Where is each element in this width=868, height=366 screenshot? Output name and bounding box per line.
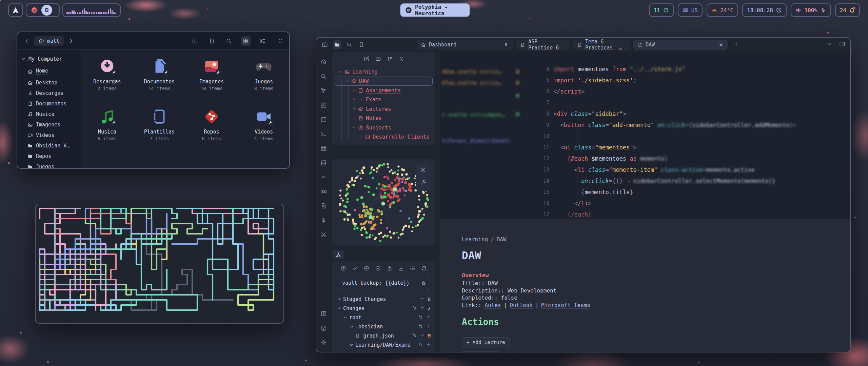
ribbon-filesearch-button[interactable] <box>320 203 327 210</box>
git-pluscircle-button[interactable] <box>363 265 370 273</box>
git-plus-action[interactable] <box>426 314 431 321</box>
sidebar-item-obsidian-v-[interactable]: Obsidian V… <box>17 140 81 151</box>
search-button[interactable] <box>345 40 354 49</box>
sidebar-item-musica[interactable]: Musica <box>17 109 81 119</box>
list-view-button[interactable] <box>258 36 268 46</box>
collapse-button[interactable] <box>398 56 404 63</box>
git-plus-action[interactable] <box>426 342 431 348</box>
tray-keyboard-layout[interactable]: US <box>678 3 703 17</box>
tab-daw[interactable]: DAW <box>633 40 728 50</box>
git-undo-action[interactable] <box>412 305 417 311</box>
close-tab-icon[interactable] <box>718 42 724 47</box>
file-item-repos[interactable]: Repos6 items <box>185 104 238 154</box>
ribbon-cards-button[interactable] <box>320 102 327 110</box>
git-row-staged-changes[interactable]: Staged Changes0 <box>332 294 435 304</box>
ribbon-table-button[interactable] <box>320 145 327 153</box>
chevron-down-icon[interactable] <box>349 324 354 329</box>
git-undo-action[interactable] <box>418 342 423 348</box>
new-tab-button[interactable] <box>733 41 739 48</box>
git-undo-action[interactable] <box>418 324 423 330</box>
tree-item-subjects[interactable]: Subjects <box>332 123 435 133</box>
git-upcircle-button[interactable] <box>340 265 347 273</box>
git-minus-action[interactable] <box>420 296 425 302</box>
git-row-changes[interactable]: Changes2 <box>332 304 435 313</box>
add-lecture-button[interactable]: + Add Lecture <box>462 337 510 347</box>
ribbon-dollar-button[interactable] <box>320 217 327 225</box>
folderplus-button[interactable] <box>375 56 381 63</box>
file-item-descargas[interactable]: Descargas2 items <box>81 54 133 104</box>
git-list-button[interactable] <box>410 265 416 273</box>
tab-list-button[interactable] <box>826 41 832 48</box>
new-file-button[interactable] <box>207 36 217 46</box>
file-item-musica[interactable]: Musica6 items <box>81 104 133 154</box>
sort-button[interactable] <box>387 56 393 63</box>
tree-item-learning[interactable]: Learning <box>332 67 435 77</box>
forward-button[interactable] <box>66 36 76 46</box>
ribbon-gamepad-button[interactable] <box>320 188 327 196</box>
chevron-down-icon[interactable] <box>349 343 354 347</box>
graph-gear-button[interactable] <box>420 167 426 175</box>
git-row-root[interactable]: root <box>332 313 435 322</box>
open-terminal-button[interactable]: $_ <box>190 36 200 46</box>
chevron-right-icon[interactable] <box>352 98 357 102</box>
commit-message-input[interactable] <box>341 280 421 286</box>
breadcrumb-segment[interactable]: DAW <box>497 236 507 243</box>
pencilsq-button[interactable] <box>364 56 370 63</box>
compact-view-button[interactable] <box>275 36 284 46</box>
sidebar-item-descargas[interactable]: Descargas <box>17 88 81 98</box>
search-button[interactable] <box>224 36 234 46</box>
grid-view-button[interactable] <box>241 36 251 46</box>
sidebar-item-documentos[interactable]: Documentos <box>17 98 81 109</box>
chevron-down-icon[interactable] <box>343 315 348 320</box>
git-row-learning-daw-exams[interactable]: Learning/DAW/Exams <box>332 340 435 349</box>
git-refresh-button[interactable] <box>421 265 427 273</box>
git-minuscircle-button[interactable] <box>375 265 381 273</box>
sidebar-item-desktop[interactable]: Desktop <box>17 77 81 88</box>
sidebar-toggle-button[interactable] <box>320 40 329 49</box>
now-playing-widget[interactable]: Polyphia - Neurotica <box>400 3 470 17</box>
link-microsoft-teams[interactable]: Microsoft Teams <box>541 302 590 308</box>
git-undo-action[interactable] <box>418 314 423 321</box>
folder-button[interactable] <box>333 40 341 49</box>
git-plus-action[interactable] <box>420 333 425 339</box>
tree-item-desarrollo-cliente[interactable]: JSDesarrollo-Cliente <box>332 133 435 142</box>
ribbon-terminal-button[interactable] <box>320 131 327 139</box>
chevron-down-icon[interactable] <box>337 306 342 311</box>
git-undo-action[interactable] <box>412 333 417 339</box>
bookmark-button[interactable] <box>357 40 366 49</box>
tree-item-notes[interactable]: Notes <box>332 114 435 123</box>
link-outlook[interactable]: Outlook <box>510 302 532 308</box>
dock-app-document-app[interactable] <box>41 5 52 16</box>
git-row-.obsidian[interactable]: .obsidian <box>332 322 435 331</box>
tray-weather[interactable]: 24°C <box>707 3 738 17</box>
tray-clock[interactable]: 18:08:28 <box>742 3 787 17</box>
add-note-button[interactable]: + Add Note <box>462 351 501 352</box>
right-sidebar-toggle-button[interactable] <box>839 41 845 48</box>
chevron-down-icon[interactable] <box>337 297 342 302</box>
breadcrumb[interactable]: matt <box>34 36 64 46</box>
sidebar-section[interactable]: My Computer <box>17 55 81 65</box>
git-check-button[interactable] <box>352 265 358 273</box>
chevron-down-icon[interactable] <box>352 125 357 130</box>
tree-item-lectures[interactable]: Lectures <box>332 104 435 114</box>
sidebar-item-juegos[interactable]: Juegos <box>17 161 81 169</box>
back-button[interactable] <box>22 36 32 46</box>
ribbon-search-button[interactable] <box>320 73 327 81</box>
ribbon-home-button[interactable] <box>320 59 327 66</box>
ribbon-calendar-button[interactable] <box>320 116 327 124</box>
tree-item-exams[interactable]: !Exams <box>332 95 435 105</box>
tray-notifications[interactable]: 24 <box>835 3 860 17</box>
chevron-right-icon[interactable] <box>359 135 363 139</box>
file-item-documentos[interactable]: Documentos14 items <box>133 54 185 104</box>
sidebar-item-home[interactable]: Home <box>17 65 81 77</box>
tab-asp-practice-6[interactable]: ASP Practice 6 <box>516 40 570 50</box>
ribbon-vault-button[interactable] <box>320 310 327 318</box>
tab-dashboard[interactable]: Dashboard <box>417 40 513 50</box>
tab-tema-6-pr-cticas[interactable]: Tema 6 Prácticas -… <box>573 40 630 50</box>
breadcrumb-segment[interactable]: Learning <box>462 236 488 243</box>
file-item-videos[interactable]: Videos4 items <box>238 104 290 154</box>
chevron-right-icon[interactable] <box>352 116 357 121</box>
note-breadcrumb[interactable]: Learning/DAW <box>462 236 507 243</box>
tray-updates[interactable]: 11 <box>649 3 674 17</box>
tree-item-daw[interactable]: DAW <box>332 77 435 86</box>
